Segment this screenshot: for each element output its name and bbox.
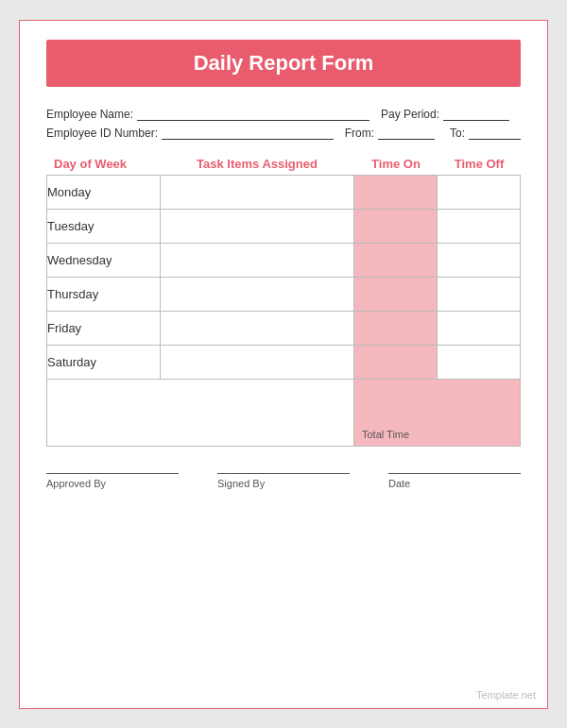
- data-table: MondayTuesdayWednesdayThursdayFridaySatu…: [46, 175, 521, 380]
- to-input[interactable]: [469, 127, 521, 140]
- approved-by-label: Approved By: [46, 478, 106, 489]
- watermark: Template.net: [476, 689, 536, 701]
- from-label: From:: [345, 127, 374, 140]
- pay-period-label: Pay Period:: [381, 108, 439, 121]
- table-section: Day of Week Task Items Assigned Time On …: [46, 157, 521, 447]
- header-day: Day of Week: [46, 157, 160, 171]
- approved-by-line: [46, 473, 179, 474]
- employee-id-label: Employee ID Number:: [46, 127, 158, 140]
- employee-name-label: Employee Name:: [46, 108, 133, 121]
- table-row: Friday: [47, 311, 521, 345]
- task-cell[interactable]: [161, 209, 354, 243]
- pay-period-input[interactable]: [443, 108, 509, 121]
- timeon-cell[interactable]: [354, 311, 438, 345]
- header-task: Task Items Assigned: [160, 157, 354, 171]
- timeon-cell[interactable]: [354, 209, 438, 243]
- table-row: Tuesday: [47, 209, 521, 243]
- timeoff-cell[interactable]: [438, 345, 521, 379]
- day-cell: Wednesday: [47, 243, 161, 277]
- total-box: Total Time: [353, 380, 520, 446]
- timeon-cell[interactable]: [354, 345, 438, 379]
- task-cell[interactable]: [161, 311, 354, 345]
- date-label: Date: [388, 478, 410, 489]
- to-label: To:: [450, 127, 465, 140]
- employee-id-row: Employee ID Number: From: To:: [46, 127, 521, 140]
- timeoff-cell[interactable]: [438, 243, 521, 277]
- page: Daily Report Form Employee Name: Pay Per…: [19, 20, 548, 709]
- employee-name-input[interactable]: [137, 108, 369, 121]
- timeoff-cell[interactable]: [438, 209, 521, 243]
- date-line: [388, 473, 521, 474]
- signed-by-label: Signed By: [217, 478, 265, 489]
- day-cell: Saturday: [47, 345, 161, 379]
- day-cell: Thursday: [47, 277, 161, 311]
- timeon-cell[interactable]: [354, 175, 438, 209]
- table-row: Wednesday: [47, 243, 521, 277]
- timeoff-cell[interactable]: [438, 175, 521, 209]
- page-title: Daily Report Form: [194, 51, 374, 75]
- signed-by-block: Signed By: [217, 473, 350, 489]
- table-header: Day of Week Task Items Assigned Time On …: [46, 157, 521, 171]
- table-row: Thursday: [47, 277, 521, 311]
- day-cell: Tuesday: [47, 209, 161, 243]
- table-row: Saturday: [47, 345, 521, 379]
- day-cell: Friday: [47, 311, 161, 345]
- timeoff-cell[interactable]: [438, 277, 521, 311]
- task-cell[interactable]: [161, 175, 354, 209]
- task-cell[interactable]: [161, 345, 354, 379]
- fields-section: Employee Name: Pay Period: Employee ID N…: [46, 108, 521, 140]
- title-bar: Daily Report Form: [46, 40, 521, 87]
- signed-by-line: [217, 473, 350, 474]
- from-input[interactable]: [378, 127, 435, 140]
- timeon-cell[interactable]: [354, 277, 438, 311]
- total-spacer: [47, 380, 353, 446]
- task-cell[interactable]: [161, 243, 354, 277]
- table-row: Monday: [47, 175, 521, 209]
- header-timeon: Time On: [354, 157, 438, 171]
- signatures-section: Approved By Signed By Date: [46, 473, 521, 489]
- employee-name-row: Employee Name: Pay Period:: [46, 108, 521, 121]
- timeoff-cell[interactable]: [438, 311, 521, 345]
- total-section: Total Time: [46, 380, 521, 447]
- task-cell[interactable]: [161, 277, 354, 311]
- total-label: Total Time: [362, 429, 409, 440]
- timeon-cell[interactable]: [354, 243, 438, 277]
- header-timeoff: Time Off: [438, 157, 521, 171]
- day-cell: Monday: [47, 175, 161, 209]
- date-block: Date: [388, 473, 521, 489]
- employee-id-input[interactable]: [162, 127, 334, 140]
- approved-by-block: Approved By: [46, 473, 179, 489]
